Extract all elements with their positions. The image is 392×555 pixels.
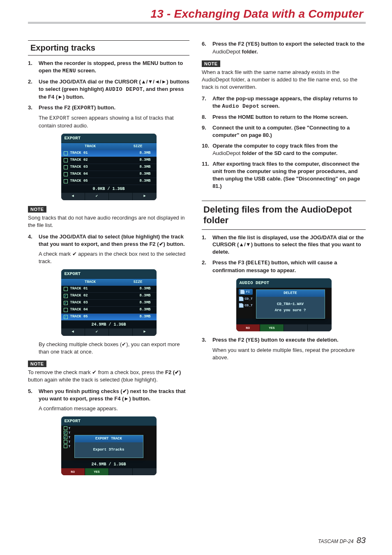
f2-check-icon: [85, 328, 109, 336]
chapter-title: 13 - Exchanging Data with a Computer: [150, 7, 363, 21]
footer: TASCAM DP-24 83: [318, 536, 366, 545]
del-step-1: 1. When the file list is displayed, use …: [202, 234, 366, 256]
table-row: TRACK 048.3MB: [61, 307, 157, 314]
note-tag: NOTE: [28, 361, 46, 367]
step-11: 11. After exporting track files to the c…: [202, 160, 366, 190]
screenshot-audiodepot-delete: AUDIO DEPOT FI CD_T CD_T DELETE CD_TRA~1…: [202, 278, 366, 331]
checkbox-icon: [64, 287, 68, 291]
checkbox-icon: [64, 315, 68, 319]
checkbox-icon: [64, 158, 68, 162]
checkbox-icon: [64, 172, 68, 176]
fkey-no: NO: [236, 324, 260, 331]
step-1: 1. When the recorder is stopped, press t…: [28, 60, 189, 75]
checkbox-icon: [64, 301, 68, 305]
page-number: 83: [357, 536, 366, 545]
step4-desc2: By checking multiple check boxes (✔), yo…: [39, 341, 189, 356]
step-7: 7. After the pop-up message appears, the…: [202, 95, 366, 110]
checkbox-icon: [64, 431, 67, 435]
f4-forward-icon: [133, 193, 156, 200]
screenshot-export-confirm: EXPORT TTTTT EXPORT TRACK Export 3Tracks…: [28, 416, 189, 475]
f1-back-icon: [61, 193, 85, 200]
screenshot-export-list-2: EXPORT TRACKSIZE TRACK 018.3MBTRACK 028.…: [28, 269, 189, 336]
fkey-no: NO: [61, 468, 85, 475]
f2-check-icon: [85, 193, 109, 200]
table-row: TRACK 058.3MB: [61, 314, 157, 321]
checkbox-icon: [64, 165, 68, 169]
screenshot-export-list-1: EXPORT TRACKSIZE TRACK 018.3MBTRACK 028.…: [28, 134, 189, 200]
step-5: 5. When you finish putting checks (✔) ne…: [28, 388, 189, 412]
note-2: To remove the check mark ✔ from a check …: [28, 369, 189, 384]
step-6: 6. Press the F2 (YES) button to export t…: [202, 40, 366, 56]
table-row: TRACK 018.3MB: [61, 286, 157, 293]
chapter-bar: 13 - Exchanging Data with a Computer: [28, 6, 366, 24]
step-3: 3. Press the F2 (EXPORT) button. The EXP…: [28, 104, 189, 130]
f4-forward-icon: [133, 328, 156, 336]
checkbox-icon: [64, 440, 67, 444]
checkbox-icon: [64, 435, 67, 439]
f1-back-icon: [61, 328, 85, 336]
table-row: TRACK 048.3MB: [61, 171, 157, 178]
del-step-2: 2. Press the F3 (DELETE) button, which w…: [202, 259, 366, 274]
table-row: TRACK 018.3MB: [61, 150, 157, 157]
section-deleting-files: Deleting files from the AudioDepot folde…: [202, 201, 366, 230]
step-4: 4. Use the JOG/DATA dial to select (blue…: [28, 233, 189, 265]
file-icon: [240, 289, 245, 294]
shot1-title: EXPORT: [61, 134, 157, 143]
note-3: When a track file with the same name alr…: [202, 69, 366, 91]
checkbox-icon: [64, 444, 67, 448]
file-icon: [239, 303, 244, 308]
checkbox-icon: [64, 151, 68, 155]
step-2: 2. Use the JOG/DATA dial or the CURSOR (…: [28, 78, 189, 101]
note-1: Song tracks that do not have audio recor…: [28, 214, 189, 229]
table-row: TRACK 038.3MB: [61, 164, 157, 171]
note-tag: NOTE: [28, 206, 46, 213]
table-row: TRACK 028.3MB: [61, 293, 157, 300]
table-row: TRACK 058.3MB: [61, 178, 157, 185]
checkbox-icon: [64, 179, 68, 183]
del-step-3: 3. Press the F2 (YES) button to execute …: [202, 336, 366, 361]
step-10: 10. Operate the computer to copy track f…: [202, 142, 366, 157]
step-8: 8. Press the HOME button to return to th…: [202, 113, 366, 121]
note-tag: NOTE: [202, 60, 220, 67]
table-row: TRACK 038.3MB: [61, 300, 157, 307]
checkbox-icon: [64, 426, 67, 430]
fkey-yes: YES: [260, 324, 284, 331]
file-icon: [239, 296, 244, 301]
table-row: TRACK 028.3MB: [61, 157, 157, 164]
checkbox-icon: [64, 294, 68, 298]
section-exporting-tracks: Exporting tracks: [28, 40, 189, 56]
fkey-yes: YES: [85, 468, 109, 475]
checkbox-icon: [64, 308, 68, 312]
step-9: 9. Connect the unit to a computer. (See …: [202, 124, 366, 139]
